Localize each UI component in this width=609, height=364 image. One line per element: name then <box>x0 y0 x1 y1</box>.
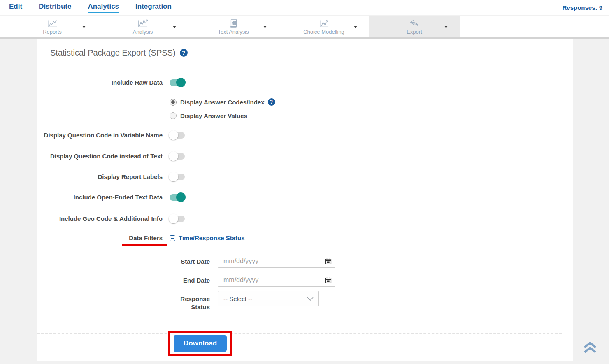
toggle-knob <box>169 172 178 181</box>
end-date-label: End Date <box>37 276 210 285</box>
end-date-input[interactable] <box>218 274 335 287</box>
tab-reports[interactable]: Reports <box>7 16 98 37</box>
tab-choice-modelling-label: Choice Modelling <box>303 29 344 35</box>
answer-codes-help-icon[interactable]: ? <box>268 98 275 106</box>
title-help-icon[interactable]: ? <box>180 49 188 57</box>
red-annotation-box: Download <box>168 331 232 356</box>
time-response-status-label: Time/Response Status <box>179 234 245 241</box>
tab-reports-label: Reports <box>43 29 62 35</box>
tab-export[interactable]: Export <box>369 16 460 37</box>
response-status-value: -- Select -- <box>223 295 252 302</box>
toggle-knob <box>176 78 186 87</box>
export-arrow-icon <box>408 19 421 28</box>
tab-text-analysis-label: Text Analysis <box>218 29 249 35</box>
nav-item-analytics[interactable]: Analytics <box>88 2 119 13</box>
question-code-variable-toggle[interactable] <box>170 132 185 139</box>
export-settings-panel: Statistical Package Export (SPSS) ? Incl… <box>37 39 573 361</box>
tab-export-label: Export <box>407 29 422 35</box>
start-date-label: Start Date <box>37 257 210 266</box>
page-title: Statistical Package Export (SPSS) <box>50 48 176 58</box>
include-raw-data-toggle[interactable] <box>170 79 185 86</box>
calendar-icon[interactable] <box>325 258 332 264</box>
toggle-knob <box>169 130 178 140</box>
calendar-icon[interactable] <box>325 277 332 283</box>
analysis-chart-icon <box>137 19 149 28</box>
download-button[interactable]: Download <box>174 335 227 352</box>
open-ended-toggle[interactable] <box>170 194 185 201</box>
export-dropdown-caret[interactable] <box>444 26 448 28</box>
reports-dropdown-caret[interactable] <box>82 26 86 28</box>
display-answer-codes-radio[interactable] <box>170 99 177 106</box>
data-filters-label: Data Filters <box>37 234 163 243</box>
text-analysis-dropdown-caret[interactable] <box>263 26 267 28</box>
section-divider <box>37 333 562 334</box>
report-labels-label: Display Report Labels <box>37 172 163 181</box>
report-labels-toggle[interactable] <box>170 174 185 180</box>
app-window: Edit Distribute Analytics Integration Re… <box>0 0 609 364</box>
scroll-to-top-icon[interactable] <box>583 340 597 356</box>
response-status-label: Response Status <box>37 295 210 311</box>
analytics-toolbar: Reports Analysis <box>0 16 609 39</box>
tab-choice-modelling[interactable]: Choice Modelling <box>279 16 369 37</box>
display-answer-codes-label: Display Answer Codes/Index <box>180 99 265 106</box>
responses-count: Responses: 9 <box>562 4 602 11</box>
chevron-down-icon <box>307 297 314 301</box>
include-raw-data-label: Include Raw Data <box>37 78 163 87</box>
reports-chart-icon <box>46 19 58 28</box>
toggle-knob <box>176 192 186 202</box>
tab-text-analysis[interactable]: Text Analysis <box>188 16 279 37</box>
start-date-input[interactable] <box>218 255 335 268</box>
geo-code-label: Include Geo Code & Additional Info <box>37 214 163 223</box>
nav-item-integration[interactable]: Integration <box>135 2 172 13</box>
tab-analysis-label: Analysis <box>133 29 153 35</box>
top-nav: Edit Distribute Analytics Integration Re… <box>0 0 609 15</box>
analysis-dropdown-caret[interactable] <box>172 26 177 28</box>
geo-code-toggle[interactable] <box>170 216 185 222</box>
question-code-text-label: Display Question Code instead of Text <box>37 152 163 161</box>
collapse-section-icon[interactable] <box>170 235 175 241</box>
nav-item-distribute[interactable]: Distribute <box>39 2 71 13</box>
panel-header: Statistical Package Export (SPSS) ? <box>37 39 573 67</box>
response-status-select[interactable]: -- Select -- <box>218 291 319 306</box>
toggle-knob <box>169 214 178 223</box>
export-form: Include Raw Data Display Answer Codes/In… <box>37 67 573 361</box>
response-status-label-text: Response Status <box>174 295 210 311</box>
choice-modelling-icon <box>318 19 330 28</box>
question-code-text-toggle[interactable] <box>170 153 185 160</box>
red-underline-annotation <box>122 244 167 246</box>
display-answer-values-radio[interactable] <box>170 112 177 119</box>
toggle-knob <box>169 151 178 161</box>
display-answer-values-label: Display Answer Values <box>180 112 247 119</box>
tab-analysis[interactable]: Analysis <box>98 16 188 37</box>
nav-item-edit[interactable]: Edit <box>9 2 22 13</box>
question-code-variable-label: Display Question Code in Variable Name <box>37 131 163 140</box>
text-analysis-icon <box>227 19 239 28</box>
open-ended-label: Include Open-Ended Text Data <box>37 193 163 202</box>
choice-modelling-dropdown-caret[interactable] <box>353 26 358 28</box>
